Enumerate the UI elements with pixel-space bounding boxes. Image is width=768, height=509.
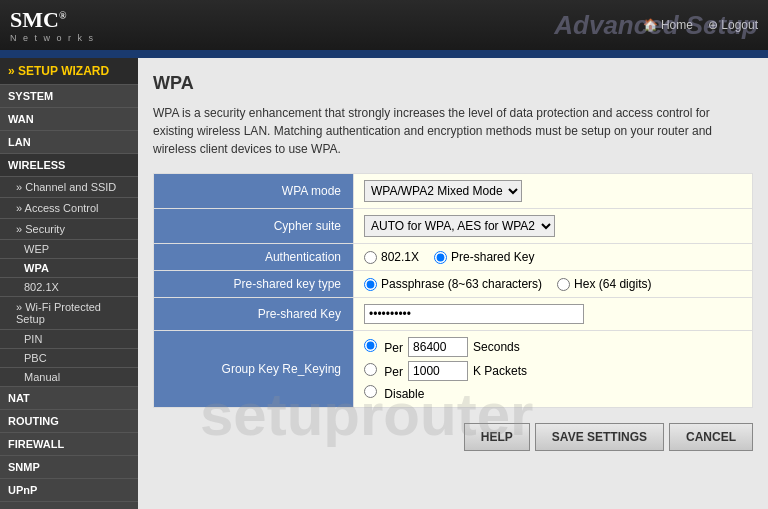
sidebar-item-wpa[interactable]: WPA <box>0 259 138 278</box>
auth-psk-option[interactable]: Pre-shared Key <box>434 250 534 264</box>
psk-type-row: Pre-shared key type Passphrase (8~63 cha… <box>154 271 753 298</box>
sidebar-item-wireless[interactable]: WIRELESS <box>0 154 138 177</box>
wpa-mode-value: WPA/WPA2 Mixed Mode WPA Only WPA2 Only <box>354 174 753 209</box>
sidebar-item-pin[interactable]: PIN <box>0 330 138 349</box>
page-title: WPA <box>153 73 753 94</box>
cancel-button[interactable]: CANCEL <box>669 423 753 451</box>
group-key-disable-option[interactable]: Disable <box>364 385 424 401</box>
authentication-value: 802.1X Pre-shared Key <box>354 244 753 271</box>
page-description: WPA is a security enhancement that stron… <box>153 104 753 158</box>
psk-value <box>354 298 753 331</box>
cypher-suite-label: Cypher suite <box>154 209 354 244</box>
wpa-mode-row: WPA mode WPA/WPA2 Mixed Mode WPA Only WP… <box>154 174 753 209</box>
sidebar-item-snmp[interactable]: SNMP <box>0 456 138 479</box>
group-key-label: Group Key Re_Keying <box>154 331 354 408</box>
wpa-mode-label: WPA mode <box>154 174 354 209</box>
sidebar-setup-wizard[interactable]: SETUP WIZARD <box>0 58 138 85</box>
sidebar: SETUP WIZARD SYSTEM WAN LAN WIRELESS Cha… <box>0 58 138 509</box>
cypher-suite-value: AUTO for WPA, AES for WPA2 TKIP AES <box>354 209 753 244</box>
psk-type-label: Pre-shared key type <box>154 271 354 298</box>
psk-passphrase-radio[interactable] <box>364 278 377 291</box>
group-key-per-kpackets-option[interactable]: Per <box>364 363 403 379</box>
sidebar-item-adsl[interactable]: ADSL <box>0 502 138 509</box>
psk-type-value: Passphrase (8~63 characters) Hex (64 dig… <box>354 271 753 298</box>
psk-row: Pre-shared Key <box>154 298 753 331</box>
psk-input[interactable] <box>364 304 584 324</box>
group-key-seconds-unit: Seconds <box>473 340 520 354</box>
group-key-disable-radio[interactable] <box>364 385 377 398</box>
group-key-seconds-radio[interactable] <box>364 339 377 352</box>
group-key-kpackets-unit: K Packets <box>473 364 527 378</box>
group-key-row: Group Key Re_Keying Per Seconds <box>154 331 753 408</box>
sidebar-item-8021x[interactable]: 802.1X <box>0 278 138 297</box>
group-key-kpackets-radio[interactable] <box>364 363 377 376</box>
auth-8021x-radio[interactable] <box>364 251 377 264</box>
group-key-value: Per Seconds Per <box>354 331 753 408</box>
sidebar-item-wifi-protected[interactable]: Wi-Fi Protected Setup <box>0 297 138 330</box>
psk-passphrase-option[interactable]: Passphrase (8~63 characters) <box>364 277 542 291</box>
cypher-suite-row: Cypher suite AUTO for WPA, AES for WPA2 … <box>154 209 753 244</box>
authentication-label: Authentication <box>154 244 354 271</box>
sidebar-item-upnp[interactable]: UPnP <box>0 479 138 502</box>
button-row: HELP SAVE SETTINGS CANCEL <box>153 423 753 451</box>
wpa-mode-select[interactable]: WPA/WPA2 Mixed Mode WPA Only WPA2 Only <box>364 180 522 202</box>
sidebar-item-system[interactable]: SYSTEM <box>0 85 138 108</box>
auth-psk-radio[interactable] <box>434 251 447 264</box>
sidebar-item-wan[interactable]: WAN <box>0 108 138 131</box>
wpa-form-table: WPA mode WPA/WPA2 Mixed Mode WPA Only WP… <box>153 173 753 408</box>
auth-8021x-option[interactable]: 802.1X <box>364 250 419 264</box>
sidebar-item-manual[interactable]: Manual <box>0 368 138 387</box>
group-key-kpackets-input[interactable] <box>408 361 468 381</box>
sidebar-item-access-control[interactable]: Access Control <box>0 198 138 219</box>
sidebar-item-nat[interactable]: NAT <box>0 387 138 410</box>
psk-hex-radio[interactable] <box>557 278 570 291</box>
psk-label: Pre-shared Key <box>154 298 354 331</box>
logo-smc: SMC® <box>10 7 95 33</box>
sidebar-item-wep[interactable]: WEP <box>0 240 138 259</box>
group-key-seconds-input[interactable] <box>408 337 468 357</box>
sidebar-item-pbc[interactable]: PBC <box>0 349 138 368</box>
psk-hex-option[interactable]: Hex (64 digits) <box>557 277 651 291</box>
sidebar-item-lan[interactable]: LAN <box>0 131 138 154</box>
group-key-per-seconds-option[interactable]: Per <box>364 339 403 355</box>
cypher-suite-select[interactable]: AUTO for WPA, AES for WPA2 TKIP AES <box>364 215 555 237</box>
save-button[interactable]: SAVE SETTINGS <box>535 423 664 451</box>
logo: SMC® N e t w o r k s <box>10 7 95 43</box>
help-button[interactable]: HELP <box>464 423 530 451</box>
content-area: WPA WPA is a security enhancement that s… <box>138 58 768 509</box>
sidebar-item-security[interactable]: Security <box>0 219 138 240</box>
authentication-row: Authentication 802.1X Pre-shared Key <box>154 244 753 271</box>
sidebar-item-firewall[interactable]: FIREWALL <box>0 433 138 456</box>
logo-networks: N e t w o r k s <box>10 33 95 43</box>
sidebar-item-channel-ssid[interactable]: Channel and SSID <box>0 177 138 198</box>
sidebar-item-routing[interactable]: ROUTING <box>0 410 138 433</box>
advanced-setup-title: Advanced Setup <box>544 0 768 51</box>
